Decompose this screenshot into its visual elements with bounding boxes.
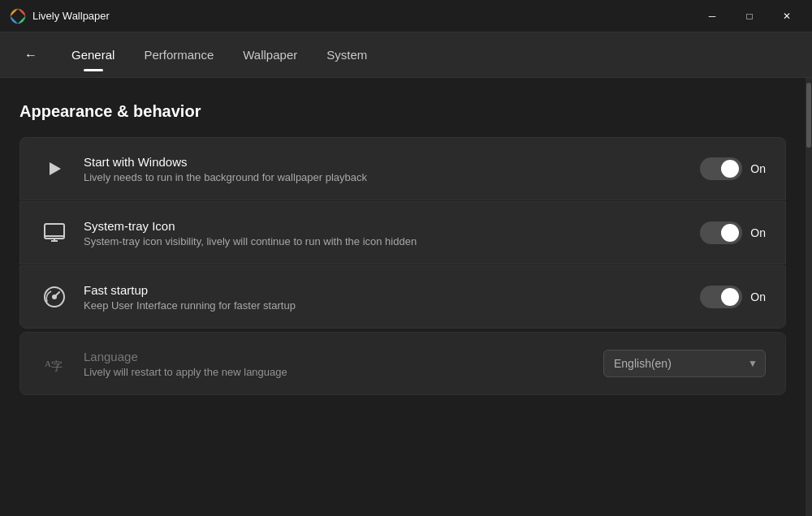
- fast-startup-title: Fast startup: [84, 283, 685, 297]
- fast-startup-state: On: [750, 290, 766, 303]
- language-select[interactable]: English(en) Deutsch(de) Español(es) Fran…: [603, 350, 766, 377]
- app-icon: [10, 8, 26, 24]
- system-tray-control: On: [700, 221, 766, 244]
- start-with-windows-text: Start with Windows Lively needs to run i…: [84, 155, 685, 183]
- svg-text:A: A: [45, 359, 51, 368]
- fast-startup-card: Fast startup Keep User Interface running…: [19, 265, 786, 329]
- start-with-windows-title: Start with Windows: [84, 155, 685, 169]
- back-button[interactable]: ←: [16, 41, 45, 70]
- fast-startup-control: On: [700, 286, 766, 308]
- toggle-knob-2: [721, 224, 739, 242]
- tab-performance[interactable]: Performance: [131, 41, 227, 68]
- start-with-windows-toggle[interactable]: [700, 157, 742, 180]
- svg-text:字: 字: [51, 359, 63, 372]
- language-desc: Lively will restart to apply the new lan…: [84, 366, 589, 378]
- svg-line-8: [54, 292, 59, 297]
- app-title: Lively Wallpaper: [32, 10, 110, 22]
- scrollbar-thumb[interactable]: [806, 83, 811, 148]
- title-bar: Lively Wallpaper ─ □ ✕: [0, 0, 812, 32]
- svg-marker-1: [50, 162, 61, 175]
- toggle-knob-3: [721, 288, 739, 306]
- start-with-windows-state: On: [750, 162, 766, 175]
- language-select-wrapper: English(en) Deutsch(de) Español(es) Fran…: [603, 350, 766, 377]
- monitor-icon: [40, 218, 69, 247]
- start-with-windows-control: On: [700, 157, 766, 180]
- start-with-windows-desc: Lively needs to run in the background fo…: [84, 171, 685, 183]
- fast-startup-text: Fast startup Keep User Interface running…: [84, 283, 685, 312]
- tab-system[interactable]: System: [313, 41, 380, 68]
- system-tray-text: System-tray Icon System-tray icon visibi…: [84, 219, 685, 247]
- speedometer-icon: [40, 282, 69, 312]
- system-tray-toggle[interactable]: [700, 221, 742, 244]
- nav-bar: ← General Performance Wallpaper System: [0, 32, 812, 78]
- toggle-knob-1: [721, 160, 739, 178]
- maximize-button[interactable]: □: [731, 3, 768, 29]
- section-heading: Appearance & behavior: [19, 102, 786, 121]
- title-bar-controls: ─ □ ✕: [693, 3, 806, 29]
- language-card: A 字 Language Lively will restart to appl…: [19, 332, 786, 395]
- tab-wallpaper[interactable]: Wallpaper: [230, 41, 310, 68]
- system-tray-title: System-tray Icon: [84, 219, 685, 233]
- title-bar-left: Lively Wallpaper: [10, 8, 110, 24]
- system-tray-desc: System-tray icon visibility, lively will…: [84, 235, 685, 247]
- play-icon: [40, 154, 69, 183]
- content-wrapper: Appearance & behavior Start with Windows…: [0, 78, 812, 516]
- fast-startup-desc: Keep User Interface running for faster s…: [84, 299, 685, 312]
- language-title: Language: [84, 350, 589, 363]
- minimize-button[interactable]: ─: [693, 3, 731, 29]
- tab-general[interactable]: General: [58, 41, 127, 68]
- scrollbar[interactable]: [806, 78, 812, 516]
- language-text: Language Lively will restart to apply th…: [84, 350, 589, 378]
- fast-startup-toggle[interactable]: [700, 286, 742, 308]
- system-tray-state: On: [750, 226, 766, 239]
- main-content: Appearance & behavior Start with Windows…: [0, 78, 806, 516]
- start-with-windows-card: Start with Windows Lively needs to run i…: [19, 137, 786, 200]
- system-tray-card: System-tray Icon System-tray icon visibi…: [19, 201, 786, 264]
- nav-tabs: General Performance Wallpaper System: [58, 41, 380, 68]
- language-icon: A 字: [40, 349, 69, 378]
- close-button[interactable]: ✕: [768, 3, 806, 29]
